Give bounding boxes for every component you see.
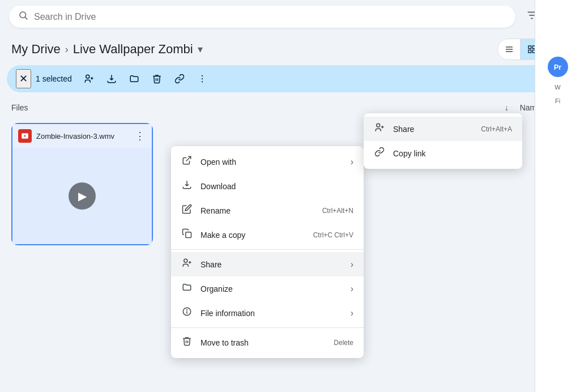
menu-item-share[interactable]: Share › <box>171 252 364 276</box>
right-panel: Pr W Fi <box>535 0 580 392</box>
sort-direction-button[interactable]: ↓ <box>500 101 513 114</box>
svg-rect-25 <box>186 232 191 238</box>
submenu-copy-link-label: Copy link <box>393 149 512 158</box>
context-menu: Open with › Download Rename Ctrl+Alt+N <box>171 146 364 358</box>
rename-shortcut: Ctrl+Alt+N <box>322 207 353 215</box>
breadcrumb-separator: › <box>65 44 69 56</box>
breadcrumb-current[interactable]: Live Wallpaper Zombi <box>73 42 193 57</box>
svg-rect-9 <box>528 46 531 49</box>
share-label: Share <box>201 260 343 269</box>
menu-divider-1 <box>171 249 364 250</box>
make-copy-shortcut: Ctrl+C Ctrl+V <box>313 231 353 239</box>
file-info-arrow-icon: › <box>351 308 353 318</box>
search-bar[interactable] <box>9 6 515 28</box>
trash-icon <box>181 336 193 349</box>
list-view-button[interactable] <box>498 39 521 59</box>
submenu-share-label: Share <box>393 125 473 134</box>
files-section-title: Files <box>11 103 28 112</box>
download-label: Download <box>201 182 353 191</box>
svg-line-1 <box>25 17 27 19</box>
svg-point-0 <box>20 12 26 18</box>
search-input[interactable] <box>34 12 506 22</box>
file-info-icon <box>181 306 193 319</box>
svg-point-26 <box>184 259 187 262</box>
menu-item-open-with[interactable]: Open with › <box>171 150 364 174</box>
right-panel-hint: W <box>555 84 560 91</box>
svg-rect-11 <box>528 50 531 53</box>
svg-point-20 <box>202 78 203 79</box>
share-icon <box>181 258 193 271</box>
submenu-item-share[interactable]: Share Ctrl+Alt+A <box>364 117 522 141</box>
move-trash-label: Move to trash <box>201 338 326 347</box>
menu-item-rename[interactable]: Rename Ctrl+Alt+N <box>171 198 364 223</box>
svg-point-19 <box>202 75 203 76</box>
organize-arrow-icon: › <box>351 284 353 294</box>
breadcrumb-chevron-icon[interactable]: ▾ <box>198 43 203 56</box>
move-trash-shortcut: Delete <box>334 339 353 347</box>
download-button[interactable] <box>101 69 122 89</box>
link-button[interactable] <box>169 69 190 89</box>
menu-item-move-trash[interactable]: Move to trash Delete <box>171 330 364 355</box>
file-more-button[interactable]: ⋮ <box>134 129 146 143</box>
right-panel-fi: Fi <box>555 97 560 104</box>
file-card-header: Zombie-Invasion-3.wmv ⋮ <box>12 124 152 148</box>
menu-item-file-info[interactable]: File information › <box>171 301 364 325</box>
play-button[interactable]: ▶ <box>69 182 96 210</box>
move-button[interactable] <box>124 69 144 89</box>
submenu-link-icon <box>374 147 385 160</box>
search-icon <box>18 10 28 23</box>
menu-item-download[interactable]: Download <box>171 174 364 198</box>
menu-item-organize[interactable]: Organize › <box>171 276 364 301</box>
file-info-label: File information <box>201 309 343 318</box>
more-actions-button[interactable] <box>192 69 212 89</box>
delete-button[interactable] <box>147 69 167 89</box>
breadcrumb-root[interactable]: My Drive <box>11 42 61 57</box>
file-type-icon <box>18 129 32 143</box>
file-preview[interactable]: ▶ <box>12 148 152 244</box>
svg-line-24 <box>186 156 191 161</box>
rename-label: Rename <box>201 206 314 215</box>
download-icon <box>181 180 193 193</box>
svg-point-32 <box>377 123 380 127</box>
selection-toolbar: ✕ 1 selected <box>7 65 573 92</box>
make-copy-label: Make a copy <box>201 231 305 240</box>
menu-divider-2 <box>171 327 364 328</box>
share-submenu: Share Ctrl+Alt+A Copy link <box>364 113 522 169</box>
svg-point-16 <box>86 75 89 78</box>
submenu-share-shortcut: Ctrl+Alt+A <box>481 125 512 133</box>
organize-label: Organize <box>201 284 343 293</box>
menu-item-make-copy[interactable]: Make a copy Ctrl+C Ctrl+V <box>171 223 364 247</box>
open-with-label: Open with <box>201 157 343 167</box>
make-copy-icon <box>181 228 193 241</box>
open-with-arrow-icon: › <box>351 157 353 167</box>
header <box>0 0 580 33</box>
open-with-icon <box>181 155 193 168</box>
submenu-share-icon <box>374 122 385 135</box>
share-arrow-icon: › <box>351 259 353 270</box>
add-person-button[interactable] <box>79 69 99 89</box>
svg-point-21 <box>202 81 203 82</box>
file-card[interactable]: Zombie-Invasion-3.wmv ⋮ ▶ <box>11 123 153 245</box>
breadcrumb: My Drive › Live Wallpaper Zombi ▾ <box>0 33 580 63</box>
selected-count: 1 selected <box>36 74 72 83</box>
deselect-button[interactable]: ✕ <box>16 69 31 88</box>
submenu-item-copy-link[interactable]: Copy link <box>364 141 522 165</box>
organize-icon <box>181 282 193 295</box>
rename-icon <box>181 204 193 217</box>
right-panel-avatar[interactable]: Pr <box>548 57 568 77</box>
file-name: Zombie-Invasion-3.wmv <box>36 132 129 140</box>
